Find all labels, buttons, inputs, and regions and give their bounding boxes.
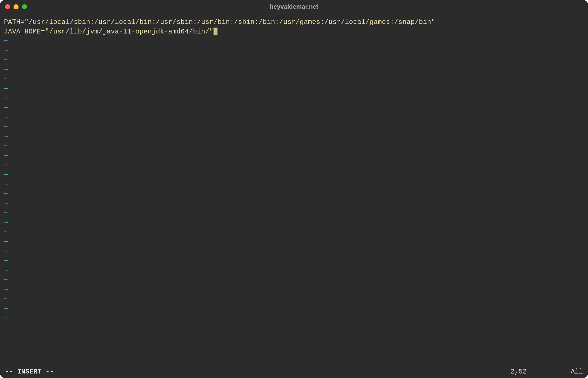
vim-mode: -- INSERT -- [5, 368, 54, 375]
empty-line-marker: ~ [4, 190, 584, 199]
empty-line-marker: ~ [4, 65, 584, 75]
empty-line-marker: ~ [4, 228, 584, 237]
empty-line-marker: ~ [4, 84, 584, 94]
empty-line-marker: ~ [4, 237, 584, 247]
empty-line-marker: ~ [4, 276, 584, 285]
statusbar: -- INSERT -- 2,52 All [0, 367, 588, 378]
minimize-icon[interactable] [14, 4, 19, 9]
empty-line-marker: ~ [4, 256, 584, 266]
cursor-icon [214, 28, 217, 35]
empty-line-marker: ~ [4, 113, 584, 123]
empty-line-marker: ~ [4, 199, 584, 209]
cursor-position: 2,52 [510, 368, 527, 375]
editor-area[interactable]: PATH="/usr/local/sbin:/usr/local/bin:/us… [0, 14, 588, 367]
empty-line-marker: ~ [4, 56, 584, 65]
empty-line-marker: ~ [4, 161, 584, 170]
empty-line-marker: ~ [4, 266, 584, 276]
close-icon[interactable] [5, 4, 10, 9]
empty-line-marker: ~ [4, 75, 584, 84]
empty-line-marker: ~ [4, 104, 584, 113]
empty-line-marker: ~ [4, 314, 584, 323]
empty-line-marker: ~ [4, 46, 584, 56]
empty-line-marker: ~ [4, 209, 584, 218]
empty-line-marker: ~ [4, 123, 584, 132]
empty-line-marker: ~ [4, 247, 584, 256]
file-line[interactable]: JAVA_HOME="/usr/lib/jvm/java-11-openjdk-… [4, 27, 584, 37]
empty-line-marker: ~ [4, 94, 584, 104]
terminal-window: heyvaldemar.net PATH="/usr/local/sbin:/u… [0, 0, 588, 378]
maximize-icon[interactable] [22, 4, 27, 9]
empty-line-marker: ~ [4, 142, 584, 151]
empty-line-marker: ~ [4, 37, 584, 46]
traffic-lights [5, 4, 27, 9]
empty-line-marker: ~ [4, 151, 584, 161]
window-title: heyvaldemar.net [270, 3, 318, 10]
empty-line-marker: ~ [4, 304, 584, 314]
empty-line-marker: ~ [4, 285, 584, 295]
empty-line-marker: ~ [4, 218, 584, 228]
titlebar: heyvaldemar.net [0, 0, 588, 14]
scroll-indicator: All [566, 368, 583, 375]
empty-line-marker: ~ [4, 170, 584, 180]
empty-line-marker: ~ [4, 180, 584, 190]
empty-line-marker: ~ [4, 132, 584, 142]
empty-line-marker: ~ [4, 295, 584, 304]
file-line[interactable]: PATH="/usr/local/sbin:/usr/local/bin:/us… [4, 17, 584, 27]
